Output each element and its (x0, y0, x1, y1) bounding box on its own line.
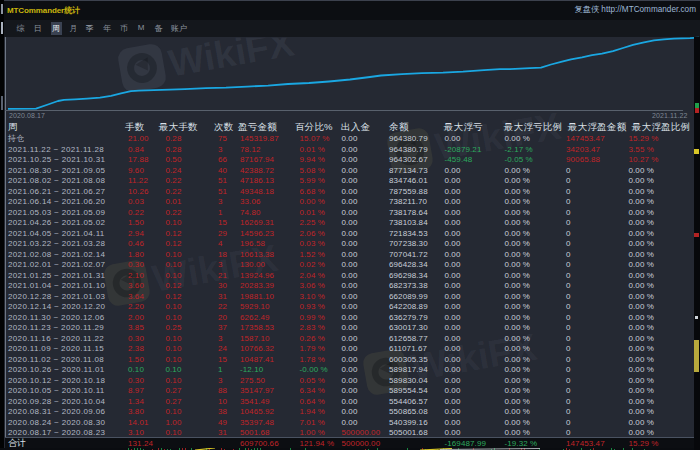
svg-text:WikiFX: WikiFX (165, 21, 297, 84)
